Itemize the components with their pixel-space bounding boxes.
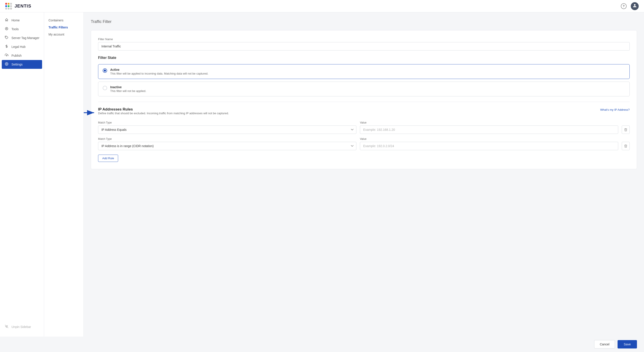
- logo-icon: [5, 3, 12, 10]
- sidebar-item-server-tag-manager[interactable]: Server Tag Manager: [0, 34, 44, 42]
- sidebar-label-publish: Publish: [12, 54, 22, 57]
- active-radio-button[interactable]: [103, 68, 107, 73]
- svg-point-2: [6, 37, 6, 37]
- tools-icon: [4, 27, 9, 31]
- filter-state-active-option[interactable]: Active This filter will be applied to in…: [98, 64, 630, 79]
- traffic-filter-card: Filter Name Filter State Active This fil…: [91, 30, 637, 169]
- ip-section-header: IP Addresses Rules Define traffic that s…: [98, 107, 630, 119]
- filter-state-group: Filter State Active This filter will be …: [98, 56, 630, 96]
- sidebar-label-tools: Tools: [12, 27, 19, 31]
- rule-1-delete-button[interactable]: [622, 126, 630, 134]
- sidebar: Home Tools Server Tag Manager Legal Hub: [0, 12, 44, 336]
- annotation-arrow: [84, 109, 96, 116]
- rule-2-match-type-label: Match Type: [98, 137, 356, 141]
- active-option-description: This filter will be applied to incoming …: [110, 72, 208, 75]
- user-icon: [633, 4, 637, 9]
- home-icon: [4, 18, 9, 23]
- svg-point-5: [6, 64, 7, 64]
- whats-my-ip-link[interactable]: What's my IP Address?: [600, 108, 630, 111]
- sidebar-item-tools[interactable]: Tools: [0, 25, 44, 34]
- unpin-icon: [4, 325, 9, 329]
- subnav-item-containers[interactable]: Containers: [44, 17, 84, 24]
- sidebar-label-unpin: Unpin Sidebar: [12, 325, 31, 329]
- trash-icon-2: [624, 144, 628, 148]
- filter-name-group: Filter Name: [98, 38, 630, 51]
- rule-2-value-label: Value: [360, 137, 618, 141]
- sidebar-label-home: Home: [12, 19, 20, 22]
- ip-rule-row-2: Match Type IP Address Equals IP Address …: [98, 137, 630, 150]
- rule-1-value-col: Value: [360, 121, 618, 134]
- ip-addresses-rules-section: IP Addresses Rules Define traffic that s…: [98, 107, 630, 162]
- inactive-option-text: Inactive This filter will not be applied…: [110, 85, 146, 93]
- add-rule-button[interactable]: Add Rule: [98, 155, 118, 162]
- filter-name-input[interactable]: [98, 42, 630, 51]
- publish-icon: [4, 53, 9, 58]
- active-option-title: Active: [110, 68, 208, 72]
- ip-section-title: IP Addresses Rules: [98, 107, 229, 112]
- rule-1-value-label: Value: [360, 121, 618, 124]
- rule-2-match-type-col: Match Type IP Address Equals IP Address …: [98, 137, 356, 150]
- rule-2-match-type-select[interactable]: IP Address Equals IP Address is in range…: [98, 142, 356, 150]
- help-button[interactable]: ?: [620, 3, 627, 10]
- inactive-radio-button[interactable]: [103, 86, 107, 90]
- rule-2-value-col: Value: [360, 137, 618, 150]
- svg-point-1: [6, 28, 7, 29]
- server-tag-icon: [4, 36, 9, 40]
- rule-2-delete-button[interactable]: [622, 142, 630, 150]
- ip-rule-row-1: Match Type IP Address Equals IP Address …: [98, 121, 630, 134]
- sidebar-label-settings: Settings: [12, 63, 23, 66]
- save-button[interactable]: Save: [618, 340, 637, 348]
- subnav-item-my-account[interactable]: My account: [44, 31, 84, 38]
- trash-icon: [624, 128, 628, 131]
- app-name: JENTIS: [14, 4, 31, 9]
- rule-2-value-input[interactable]: [360, 142, 618, 150]
- active-option-text: Active This filter will be applied to in…: [110, 68, 208, 75]
- help-icon: ?: [621, 3, 626, 9]
- rule-1-match-type-select[interactable]: IP Address Equals IP Address is in range…: [98, 126, 356, 134]
- rule-1-match-type-label: Match Type: [98, 121, 356, 124]
- user-avatar-button[interactable]: [631, 2, 639, 10]
- rule-1-match-type-col: Match Type IP Address Equals IP Address …: [98, 121, 356, 134]
- bottom-action-bar: Cancel Save: [0, 336, 644, 352]
- ip-section-description: Define traffic that should be excluded. …: [98, 112, 229, 115]
- inactive-option-description: This filter will not be applied.: [110, 89, 146, 93]
- sidebar-item-settings[interactable]: Settings: [2, 60, 42, 69]
- svg-point-0: [5, 27, 8, 30]
- legal-hub-icon: [4, 45, 9, 49]
- sidebar-label-stm: Server Tag Manager: [12, 36, 40, 40]
- filter-name-label: Filter Name: [98, 38, 630, 41]
- inactive-option-title: Inactive: [110, 85, 146, 89]
- cancel-button[interactable]: Cancel: [594, 340, 615, 348]
- filter-state-inactive-option[interactable]: Inactive This filter will not be applied…: [98, 82, 630, 96]
- sidebar-item-unpin[interactable]: Unpin Sidebar: [0, 322, 44, 331]
- content-area: Traffic Filter Filter Name Filter State …: [84, 12, 644, 336]
- sidebar-item-legal-hub[interactable]: Legal Hub: [0, 42, 44, 51]
- subnav-item-traffic-filters[interactable]: Traffic Filters: [44, 24, 84, 31]
- sidebar-label-legal: Legal Hub: [12, 45, 26, 49]
- sidebar-item-publish[interactable]: Publish: [0, 51, 44, 60]
- sub-navigation: Containers Traffic Filters My account: [44, 12, 84, 336]
- settings-icon: [4, 62, 9, 67]
- rule-1-value-input[interactable]: [360, 126, 618, 134]
- sidebar-item-home[interactable]: Home: [0, 16, 44, 25]
- top-bar: JENTIS ?: [0, 0, 644, 12]
- filter-state-title: Filter State: [98, 56, 630, 60]
- page-title: Traffic Filter: [91, 20, 637, 24]
